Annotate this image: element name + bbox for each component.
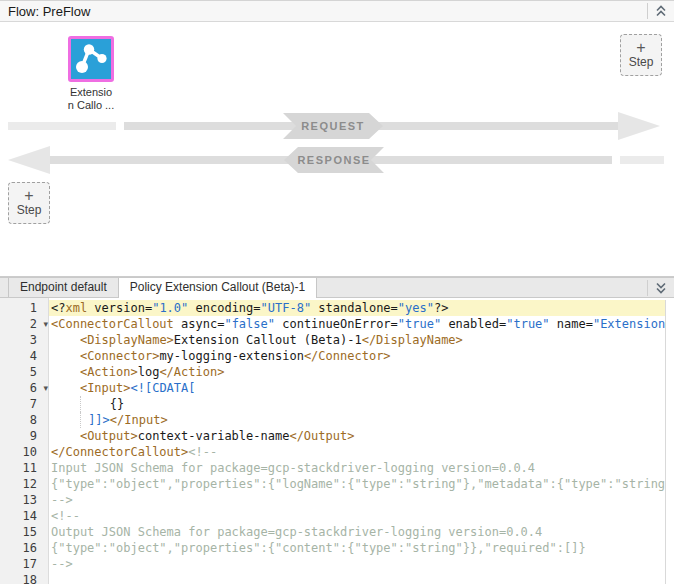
policy-extension-callout[interactable]: Extensio n Callo ... bbox=[68, 36, 114, 82]
code-text[interactable]: <Connector>my-logging-extension</Connect… bbox=[49, 348, 665, 364]
fold-arrow-icon[interactable]: ▾ bbox=[43, 316, 48, 332]
code-text[interactable] bbox=[49, 572, 665, 584]
line-number: 16 bbox=[0, 540, 49, 556]
code-text[interactable]: <?xml version="1.0" encoding="UTF-8" sta… bbox=[49, 300, 665, 316]
add-step-button-request[interactable]: + Step bbox=[620, 34, 662, 76]
chevron-double-up-icon bbox=[655, 5, 667, 17]
collapse-editor-panel-button[interactable] bbox=[648, 278, 674, 297]
code-line: 6▾ <Input><![CDATA[ bbox=[0, 380, 665, 396]
flow-title: Flow: PreFlow bbox=[8, 4, 90, 19]
policy-label: Extensio n Callo ... bbox=[60, 86, 122, 111]
line-number: 11 bbox=[0, 460, 49, 476]
line-number: 12 bbox=[0, 476, 49, 492]
flow-header: Flow: PreFlow bbox=[0, 0, 674, 22]
code-editor[interactable]: 1<?xml version="1.0" encoding="UTF-8" st… bbox=[0, 298, 674, 584]
code-text[interactable]: <DisplayName>Extension Callout (Beta)-1<… bbox=[49, 332, 665, 348]
code-text[interactable]: Input JSON Schema for package=gcp-stackd… bbox=[49, 460, 665, 476]
add-step-button-response[interactable]: + Step bbox=[8, 182, 50, 224]
code-line: 5 <Action>log</Action> bbox=[0, 364, 665, 380]
line-number: 9 bbox=[0, 428, 49, 444]
flow-canvas: Extensio n Callo ... + Step REQUEST RESP… bbox=[0, 22, 674, 277]
code-line: 12{"type":"object","properties":{"logNam… bbox=[0, 476, 665, 492]
extension-callout-icon bbox=[68, 36, 114, 82]
code-text[interactable]: ]]></Input> bbox=[49, 412, 665, 428]
code-text[interactable]: <Input><![CDATA[ bbox=[49, 380, 665, 396]
plus-icon: + bbox=[636, 41, 645, 55]
tab-endpoint-default[interactable]: Endpoint default bbox=[8, 278, 118, 297]
line-number: 17 bbox=[0, 556, 49, 572]
line-number: 13 bbox=[0, 492, 49, 508]
code-text[interactable]: --> bbox=[49, 492, 665, 508]
line-number: 7 bbox=[0, 396, 49, 412]
request-label: REQUEST bbox=[283, 113, 383, 139]
code-line: 7 {} bbox=[0, 396, 665, 412]
code-text[interactable]: <ConnectorCallout async="false" continue… bbox=[49, 316, 665, 332]
code-line: 3 <DisplayName>Extension Callout (Beta)-… bbox=[0, 332, 665, 348]
code-line: 15Output JSON Schema for package=gcp-sta… bbox=[0, 524, 665, 540]
code-line: 1<?xml version="1.0" encoding="UTF-8" st… bbox=[0, 300, 665, 316]
code-line: 14<!-- bbox=[0, 508, 665, 524]
code-line: 4 <Connector>my-logging-extension</Conne… bbox=[0, 348, 665, 364]
code-line: 9 <Output>context-variable-name</Output> bbox=[0, 428, 665, 444]
code-text[interactable]: {} bbox=[49, 396, 665, 412]
line-number: 1 bbox=[0, 300, 49, 316]
collapse-flow-panel-button[interactable] bbox=[648, 1, 674, 21]
response-flow-stub bbox=[620, 156, 664, 164]
code-line: 18 bbox=[0, 572, 665, 584]
line-number: 2▾ bbox=[0, 316, 49, 332]
request-arrow-icon bbox=[618, 112, 660, 140]
code-line: 11Input JSON Schema for package=gcp-stac… bbox=[0, 460, 665, 476]
response-label: RESPONSE bbox=[284, 147, 384, 173]
line-number: 4 bbox=[0, 348, 49, 364]
line-number: 10 bbox=[0, 444, 49, 460]
code-text[interactable]: {"type":"object","properties":{"logName"… bbox=[49, 476, 665, 492]
line-number: 5 bbox=[0, 364, 49, 380]
line-number: 3 bbox=[0, 332, 49, 348]
request-flow-stub bbox=[8, 122, 116, 130]
code-text[interactable]: <Action>log</Action> bbox=[49, 364, 665, 380]
response-arrow-icon bbox=[8, 146, 50, 174]
code-line: 2▾<ConnectorCallout async="false" contin… bbox=[0, 316, 665, 332]
line-number: 6▾ bbox=[0, 380, 49, 396]
code-text[interactable]: --> bbox=[49, 556, 665, 572]
code-line: 8 ]]></Input> bbox=[0, 412, 665, 428]
plus-icon: + bbox=[24, 189, 33, 203]
flow-editor-window: Flow: PreFlow bbox=[0, 0, 674, 584]
line-number: 18 bbox=[0, 572, 49, 584]
chevron-double-down-icon bbox=[655, 282, 667, 294]
code-line: 13--> bbox=[0, 492, 665, 508]
fold-arrow-icon[interactable]: ▾ bbox=[43, 380, 48, 396]
code-text[interactable]: Output JSON Schema for package=gcp-stack… bbox=[49, 524, 665, 540]
code-text[interactable]: <!-- bbox=[49, 508, 665, 524]
code-text[interactable]: {"type":"object","properties":{"content"… bbox=[49, 540, 665, 556]
editor-tabbar: Endpoint default Policy Extension Callou… bbox=[0, 277, 674, 298]
code-text[interactable]: </ConnectorCallout><!-- bbox=[49, 444, 665, 460]
code-line: 16{"type":"object","properties":{"conten… bbox=[0, 540, 665, 556]
code-text[interactable]: <Output>context-variable-name</Output> bbox=[49, 428, 665, 444]
code-line: 17--> bbox=[0, 556, 665, 572]
code-line: 10</ConnectorCallout><!-- bbox=[0, 444, 665, 460]
tab-policy-extension-callout[interactable]: Policy Extension Callout (Beta)-1 bbox=[118, 278, 317, 298]
line-number: 14 bbox=[0, 508, 49, 524]
line-number: 8 bbox=[0, 412, 49, 428]
line-number: 15 bbox=[0, 524, 49, 540]
